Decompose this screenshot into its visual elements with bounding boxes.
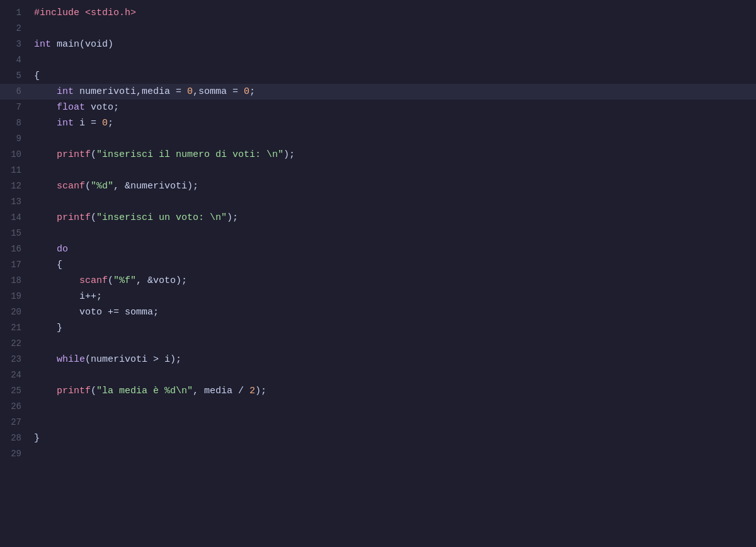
line-content: printf("inserisci il numero di voti: \n"…	[32, 147, 756, 163]
line-content: printf("inserisci un voto: \n");	[32, 210, 756, 226]
code-line: 24	[0, 367, 756, 383]
line-number: 29	[0, 446, 32, 462]
code-editor: 1#include <stdio.h>23int main(void)45{6 …	[0, 0, 756, 547]
code-line: 21 }	[0, 320, 756, 336]
line-content: voto += somma;	[32, 304, 756, 320]
line-content: }	[32, 430, 756, 446]
code-line: 5{	[0, 68, 756, 84]
line-number: 23	[0, 352, 32, 367]
line-number: 9	[0, 131, 32, 147]
line-content: int numerivoti,media = 0,somma = 0;	[32, 84, 756, 100]
line-number: 3	[0, 37, 32, 52]
code-line: 3int main(void)	[0, 37, 756, 52]
code-line: 18 scanf("%f", &voto);	[0, 273, 756, 289]
code-line: 2	[0, 21, 756, 37]
code-line: 10 printf("inserisci il numero di voti: …	[0, 147, 756, 163]
code-line: 15	[0, 226, 756, 241]
code-line: 14 printf("inserisci un voto: \n");	[0, 210, 756, 226]
line-number: 18	[0, 273, 32, 289]
line-content: {	[32, 257, 756, 273]
line-number: 13	[0, 194, 32, 210]
line-content: do	[32, 241, 756, 257]
line-number: 1	[0, 5, 32, 21]
code-line: 28}	[0, 430, 756, 446]
line-number: 16	[0, 241, 32, 257]
line-number: 2	[0, 21, 32, 37]
code-line: 23 while(numerivoti > i);	[0, 352, 756, 367]
line-content: scanf("%f", &voto);	[32, 273, 756, 289]
line-number: 12	[0, 178, 32, 194]
code-line: 17 {	[0, 257, 756, 273]
code-line: 1#include <stdio.h>	[0, 5, 756, 21]
code-line: 19 i++;	[0, 289, 756, 304]
line-number: 25	[0, 383, 32, 399]
line-number: 14	[0, 210, 32, 226]
code-line: 22	[0, 336, 756, 352]
code-line: 26	[0, 399, 756, 415]
code-line: 20 voto += somma;	[0, 304, 756, 320]
line-content: int main(void)	[32, 37, 756, 52]
line-content: #include <stdio.h>	[32, 5, 756, 21]
code-line: 29	[0, 446, 756, 462]
line-number: 15	[0, 226, 32, 241]
line-number: 17	[0, 257, 32, 273]
line-content: scanf("%d", &numerivoti);	[32, 178, 756, 194]
line-number: 26	[0, 399, 32, 415]
line-content: {	[32, 68, 756, 84]
line-content: i++;	[32, 289, 756, 304]
line-number: 22	[0, 336, 32, 352]
code-line: 7 float voto;	[0, 100, 756, 115]
line-number: 8	[0, 115, 32, 131]
code-line: 6 int numerivoti,media = 0,somma = 0;	[0, 84, 756, 100]
line-number: 27	[0, 415, 32, 430]
line-number: 19	[0, 289, 32, 304]
line-number: 24	[0, 367, 32, 383]
line-number: 5	[0, 68, 32, 84]
line-number: 4	[0, 52, 32, 68]
code-line: 12 scanf("%d", &numerivoti);	[0, 178, 756, 194]
line-number: 11	[0, 163, 32, 178]
line-number: 21	[0, 320, 32, 336]
line-number: 6	[0, 84, 32, 100]
code-line: 9	[0, 131, 756, 147]
code-line: 8 int i = 0;	[0, 115, 756, 131]
code-line: 11	[0, 163, 756, 178]
line-number: 10	[0, 147, 32, 163]
code-line: 27	[0, 415, 756, 430]
line-content: printf("la media è %d\n", media / 2);	[32, 383, 756, 399]
line-content: }	[32, 320, 756, 336]
code-line: 4	[0, 52, 756, 68]
line-number: 28	[0, 430, 32, 446]
line-content: int i = 0;	[32, 115, 756, 131]
line-content: while(numerivoti > i);	[32, 352, 756, 367]
line-number: 20	[0, 304, 32, 320]
line-content: float voto;	[32, 100, 756, 115]
code-line: 13	[0, 194, 756, 210]
code-line: 25 printf("la media è %d\n", media / 2);	[0, 383, 756, 399]
code-line: 16 do	[0, 241, 756, 257]
line-number: 7	[0, 100, 32, 115]
